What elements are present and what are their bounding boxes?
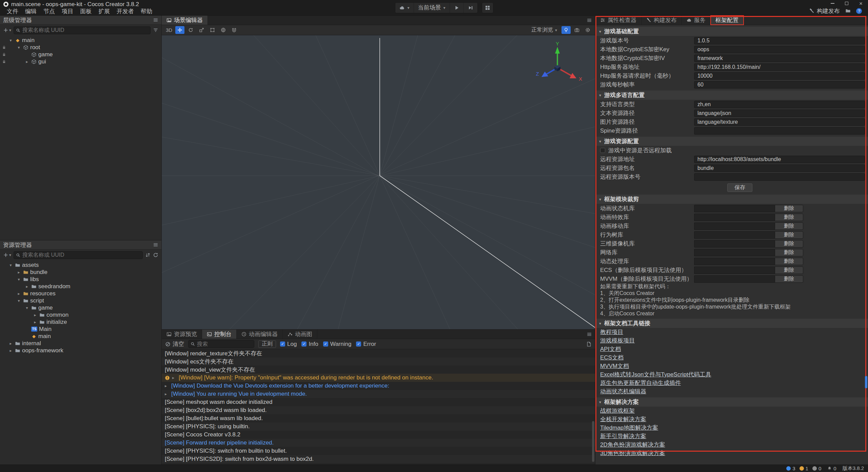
menu-project[interactable]: 项目 (58, 8, 77, 15)
filter-info[interactable]: ✓Info (301, 341, 318, 348)
scale-tool-button[interactable] (197, 26, 206, 34)
chevron-down-icon[interactable]: ▾ (8, 38, 13, 43)
scene-settings-button[interactable] (583, 26, 592, 34)
inspector-scrollbar-thumb[interactable] (865, 376, 867, 388)
delete-button[interactable]: 删除 (775, 275, 803, 283)
project-folder-icon[interactable] (845, 8, 851, 14)
hierarchy-node-gui[interactable]: ▸gui (0, 58, 161, 65)
config-input[interactable] (694, 118, 865, 126)
asset-node-bundle[interactable]: ▸bundle (0, 269, 161, 276)
section-header-framework-doc-links[interactable]: ▾框架文档工具链接 (595, 319, 868, 328)
chevron-right-icon[interactable]: ▸ (16, 291, 21, 296)
solution-link[interactable]: 2D角色扮演游戏解决方案 (600, 441, 665, 449)
lighting-toggle-button[interactable] (561, 26, 571, 34)
config-input[interactable] (694, 164, 865, 172)
doc-link[interactable]: 游戏模板项目 (600, 337, 635, 345)
assets-search[interactable] (14, 251, 143, 259)
view-mode-dropdown[interactable]: 正常浏览 ▾ (529, 26, 560, 34)
panel-menu-icon[interactable] (584, 16, 595, 25)
tab-scene-editor[interactable]: 场景编辑器 (162, 16, 208, 25)
asset-node-seedrandom[interactable]: ▸seedrandom (0, 283, 161, 290)
create-asset-button[interactable]: ▾ (3, 252, 11, 258)
build-publish-button[interactable]: 构建发布 (809, 7, 840, 15)
asset-node-game[interactable]: ▾game (0, 304, 161, 311)
rotate-tool-button[interactable] (186, 26, 195, 34)
scene-select-dropdown[interactable]: 当前场景 ▾ (414, 3, 450, 13)
menu-help[interactable]: 帮助 (137, 8, 156, 15)
delete-button[interactable]: 删除 (775, 267, 803, 274)
status-count-error[interactable]: 0 (812, 466, 821, 471)
log-row[interactable]: [Window] render_texture文件夹不存在 (162, 349, 595, 357)
hierarchy-node-game[interactable]: game (0, 51, 161, 58)
config-input[interactable] (694, 72, 865, 80)
delete-button[interactable]: 删除 (775, 222, 803, 230)
delete-button[interactable]: 删除 (775, 249, 803, 256)
rect-tool-button[interactable] (208, 26, 217, 34)
step-button[interactable] (464, 3, 477, 13)
log-row[interactable]: [Scene] Cocos Creator v3.8.2 (162, 431, 595, 439)
asset-node-main[interactable]: ◆main (0, 333, 161, 340)
minimize-button[interactable] (825, 0, 840, 7)
doc-link[interactable]: 动画状态机编辑器 (600, 388, 646, 395)
log-row[interactable]: [Scene] [PHYSICS]: switch from builtin t… (162, 447, 595, 455)
tab-asset-preview[interactable]: 资源预览 (162, 330, 202, 339)
config-input[interactable] (694, 156, 865, 163)
sort-icon[interactable] (145, 252, 151, 258)
log-row[interactable]: [Scene] [PHYSICS2D]: switch from box2d-w… (162, 455, 595, 463)
filter-log[interactable]: ✓Log (280, 341, 297, 348)
dimension-toggle-button[interactable]: 3D (164, 26, 174, 34)
log-row[interactable]: [Scene] [box2d]:box2d wasm lib loaded. (162, 406, 595, 414)
section-header-game-resource-config[interactable]: ▾游戏资源配置 (595, 137, 868, 146)
play-button[interactable] (450, 3, 464, 13)
save-button[interactable]: 保存 (727, 183, 752, 192)
chevron-down-icon[interactable]: ▾ (8, 263, 13, 268)
config-input[interactable] (694, 46, 865, 53)
regex-toggle-button[interactable]: 正则 (258, 340, 276, 348)
log-row[interactable]: [Scene] Forward render pipeline initiali… (162, 439, 595, 447)
filter-icon[interactable] (153, 27, 158, 33)
config-input[interactable] (694, 63, 865, 71)
solution-link[interactable]: 3D角色扮演游戏解决方案 (600, 449, 665, 457)
solution-link[interactable]: 新手引导解决方案 (600, 432, 646, 440)
doc-link[interactable]: 原生包热更新配置自动生成插件 (600, 379, 681, 387)
hierarchy-node-root[interactable]: ▾root (0, 44, 161, 51)
preview-device-button[interactable]: ▾ (395, 3, 414, 13)
chevron-right-icon[interactable]: ▸ (24, 59, 29, 64)
delete-button[interactable]: 删除 (775, 205, 803, 212)
config-input[interactable] (694, 173, 865, 181)
doc-link[interactable]: API文档 (600, 345, 621, 353)
chevron-right-icon[interactable]: ▸ (16, 270, 21, 275)
config-input[interactable] (694, 81, 865, 88)
help-icon[interactable]: ? (856, 8, 862, 14)
section-header-framework-solutions[interactable]: ▾框架解决方案 (595, 397, 868, 407)
create-node-button[interactable]: ▾ (3, 27, 11, 33)
tab-inspector[interactable]: 属性检查器 (595, 16, 642, 25)
chevron-right-icon[interactable]: ▸ (8, 348, 13, 353)
notification-indicator[interactable]: 0 (827, 466, 836, 471)
panel-menu-icon[interactable] (584, 330, 595, 339)
doc-link[interactable]: Excel格式转Json文件与TypeScript代码工具 (600, 371, 711, 378)
menu-extension[interactable]: 扩展 (95, 8, 113, 15)
chevron-right-icon[interactable]: ▸ (33, 313, 38, 317)
config-input[interactable] (694, 127, 865, 135)
camera-settings-button[interactable] (572, 26, 581, 34)
chevron-right-icon[interactable]: ▸ (24, 284, 29, 289)
doc-link[interactable]: ECS文档 (600, 354, 624, 361)
checkbox-icon[interactable] (600, 148, 605, 153)
tab-service[interactable]: 服务 (682, 16, 711, 25)
scene-viewport[interactable]: Y X Z (162, 35, 595, 329)
menu-panel[interactable]: 面板 (77, 8, 95, 15)
section-header-game-language-config[interactable]: ▾游戏多语言配置 (595, 91, 868, 100)
layout-button[interactable] (482, 2, 493, 13)
asset-node-assets[interactable]: ▾assets (0, 261, 161, 269)
solution-link[interactable]: 战棋游戏框架 (600, 407, 635, 415)
tab-animation-editor[interactable]: 动画编辑器 (237, 330, 283, 339)
console-search-input[interactable] (197, 341, 252, 347)
log-row[interactable]: ▸[Window] You are running Vue in develop… (162, 390, 595, 398)
log-row[interactable]: [Scene] [bullet]:bullet wasm lib loaded. (162, 414, 595, 422)
delete-button[interactable]: 删除 (775, 214, 803, 221)
menu-edit[interactable]: 编辑 (22, 8, 40, 15)
log-row[interactable]: [Window] ecs文件夹不存在 (162, 357, 595, 366)
hierarchy-node-main[interactable]: ▾◆main (0, 37, 161, 44)
hierarchy-search[interactable] (14, 26, 151, 34)
